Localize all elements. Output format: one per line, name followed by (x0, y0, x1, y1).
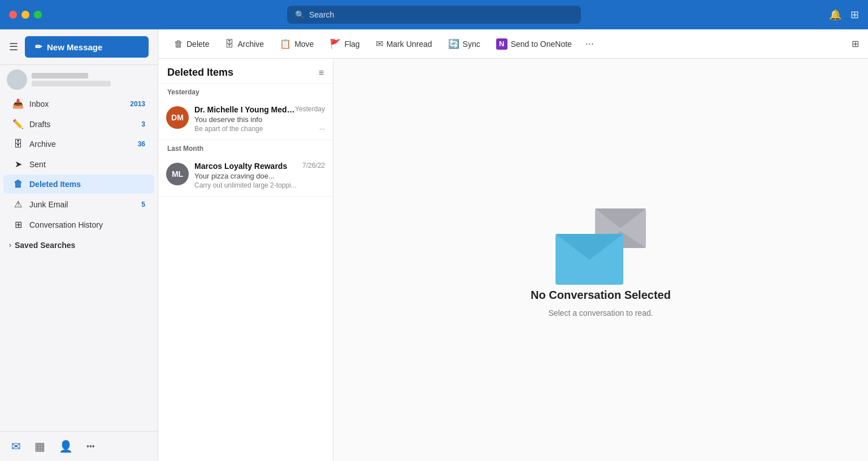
mail-nav-icon[interactable]: ✉ (9, 437, 23, 455)
move-icon: 📋 (280, 38, 291, 49)
delete-icon: 🗑 (174, 39, 183, 49)
mark-unread-label: Mark Unread (387, 40, 432, 49)
account-row (0, 65, 158, 90)
flag-label: Flag (344, 40, 359, 49)
email-row1-ml: Marcos Loyalty Rewards 7/26/22 (194, 162, 325, 171)
sent-icon: ➤ (12, 159, 24, 169)
email-layout: Deleted Items ≡ Yesterday DM Dr. Michell… (158, 59, 868, 461)
history-icon: ⊞ (12, 219, 24, 230)
junk-icon: ⚠ (12, 199, 24, 210)
account-text (32, 73, 111, 86)
sidebar-item-drafts[interactable]: ✏️ Drafts 3 (3, 114, 154, 134)
archive-label: Archive (29, 140, 132, 149)
traffic-lights (9, 11, 42, 19)
no-conversation-subtitle: Select a conversation to read. (548, 308, 653, 318)
date-separator-lastmonth: Last Month (158, 140, 333, 155)
trash-icon: 🗑 (12, 179, 24, 189)
move-button[interactable]: 📋 Move (273, 35, 320, 53)
saved-searches-section[interactable]: › Saved Searches (0, 235, 158, 252)
onenote-icon: N (496, 38, 507, 50)
account-email-bar (32, 81, 111, 86)
sidebar-item-deleted[interactable]: ➜ 🗑 Deleted Items (3, 175, 154, 194)
junk-badge: 5 (141, 201, 145, 208)
more-nav-icon[interactable]: ••• (84, 440, 97, 453)
archive-icon: 🗄 (12, 139, 24, 149)
sync-label: Sync (463, 40, 480, 49)
email-avatar-ml: ML (166, 163, 189, 185)
archive-badge: 36 (138, 140, 145, 148)
maximize-button[interactable] (34, 11, 42, 19)
bottom-nav: ✉ ▦ 👤 ••• (0, 431, 158, 461)
archive-button[interactable]: 🗄 Archive (218, 36, 271, 53)
sidebar-item-junk[interactable]: ⚠ Junk Email 5 (3, 194, 154, 214)
sidebar-item-inbox[interactable]: 📥 Inbox 2013 (3, 94, 154, 114)
delete-label: Delete (186, 40, 209, 49)
people-nav-icon[interactable]: 👤 (57, 437, 75, 455)
email-avatar-dm: DM (166, 106, 189, 129)
more-toolbar-button[interactable]: ··· (581, 34, 598, 53)
hamburger-button[interactable]: ☰ (9, 41, 18, 53)
email-row1-dm: Dr. Michelle I Young Medic... Yesterday (194, 105, 325, 114)
notification-icon[interactable]: 🔔 (829, 8, 841, 21)
flag-button[interactable]: 🚩 Flag (323, 35, 366, 53)
email-subject-ml: Your pizza craving doe... (194, 172, 325, 180)
email-content-ml: Marcos Loyalty Rewards 7/26/22 Your pizz… (194, 162, 325, 189)
sidebar-header: ☰ ✏ New Message (0, 29, 158, 65)
email-content-dm: Dr. Michelle I Young Medic... Yesterday … (194, 105, 325, 133)
archive-label: Archive (237, 40, 264, 49)
mark-unread-icon: ✉ (376, 38, 383, 49)
search-bar[interactable]: 🔍 Search (287, 6, 581, 24)
app-body: ☰ ✏ New Message 📥 Inbox 2013 ✏️ (0, 29, 868, 461)
calendar-nav-icon[interactable]: ▦ (32, 437, 47, 455)
titlebar: 🔍 Search 🔔 ⊞ (0, 0, 868, 29)
deleted-label: Deleted Items (29, 180, 145, 189)
saved-searches-label: Saved Searches (15, 241, 75, 250)
sidebar-item-archive[interactable]: 🗄 Archive 36 (3, 134, 154, 154)
conversation-label: Conversation History (29, 220, 145, 229)
drafts-badge: 3 (141, 120, 145, 128)
expand-icon[interactable]: ⊞ (850, 8, 859, 21)
email-list-title: Deleted Items (167, 67, 233, 79)
filter-icon[interactable]: ≡ (319, 68, 324, 78)
sync-icon: 🔄 (448, 38, 459, 49)
email-item-ml[interactable]: ML Marcos Loyalty Rewards 7/26/22 Your p… (158, 155, 333, 197)
preview-panel: No Conversation Selected Select a conver… (333, 59, 868, 461)
compose-icon: ✏ (35, 42, 42, 52)
no-conversation-title: No Conversation Selected (531, 289, 671, 302)
sent-label: Sent (29, 160, 145, 169)
drafts-icon: ✏️ (12, 119, 24, 129)
send-onenote-label: Send to OneNote (511, 40, 572, 49)
envelope-front (555, 234, 618, 282)
new-message-button[interactable]: ✏ New Message (25, 36, 149, 58)
email-item-dm[interactable]: DM Dr. Michelle I Young Medic... Yesterd… (158, 98, 333, 140)
email-sender-dm: Dr. Michelle I Young Medic... (194, 105, 295, 114)
search-label: Search (309, 10, 334, 19)
account-avatar (7, 69, 27, 90)
email-subject-dm: You deserve this info (194, 115, 325, 124)
reading-pane-icon[interactable]: ⊞ (852, 38, 859, 49)
search-icon: 🔍 (295, 10, 305, 19)
archive-toolbar-icon: 🗄 (225, 39, 234, 49)
email-list-header: Deleted Items ≡ (158, 59, 333, 84)
move-label: Move (294, 40, 314, 49)
email-preview-dm: Be apart of the change ··· (194, 125, 325, 133)
send-onenote-button[interactable]: N Send to OneNote (489, 35, 579, 53)
minimize-button[interactable] (21, 11, 29, 19)
mark-unread-button[interactable]: ✉ Mark Unread (369, 35, 439, 53)
new-message-label: New Message (47, 42, 102, 52)
close-button[interactable] (9, 11, 17, 19)
delete-button[interactable]: 🗑 Delete (167, 36, 216, 53)
flag-icon: 🚩 (329, 38, 341, 49)
envelope-illustration (555, 203, 646, 282)
sidebar-item-conversation-history[interactable]: ⊞ Conversation History (3, 215, 154, 234)
email-sender-ml: Marcos Loyalty Rewards (194, 162, 287, 171)
sync-button[interactable]: 🔄 Sync (441, 35, 487, 53)
content-area: 🗑 Delete 🗄 Archive 📋 Move 🚩 Flag ✉ Mark … (158, 29, 868, 461)
email-preview-text-dm: Be apart of the change (194, 125, 263, 133)
sidebar-item-sent[interactable]: ➤ Sent (3, 154, 154, 174)
inbox-icon: 📥 (12, 98, 24, 109)
email-preview-ml: Carry out unlimited large 2-toppi... (194, 181, 325, 189)
email-list: Deleted Items ≡ Yesterday DM Dr. Michell… (158, 59, 333, 461)
titlebar-right: 🔔 ⊞ (829, 8, 859, 21)
email-date-dm: Yesterday (295, 105, 325, 113)
